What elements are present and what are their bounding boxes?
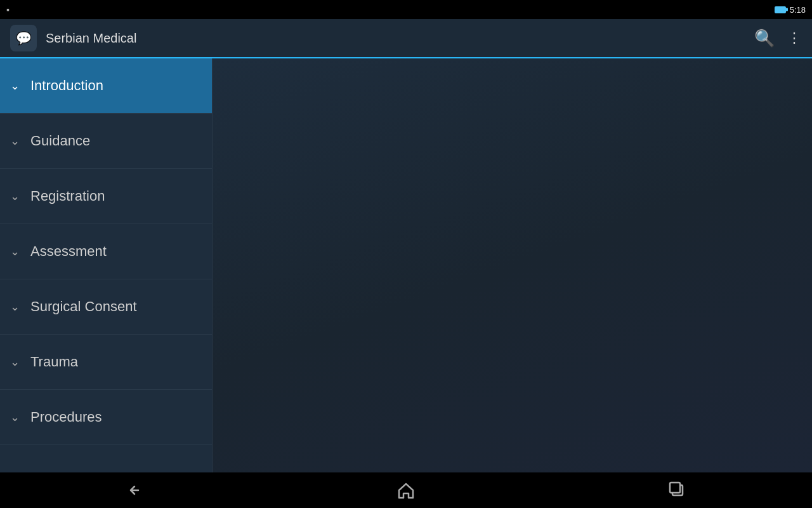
sidebar-item-trauma[interactable]: ⌄ Trauma [0,335,212,390]
sidebar-item-introduction[interactable]: ⌄ Introduction [0,58,212,114]
chevron-down-icon-trauma: ⌄ [10,355,23,369]
action-bar: 💬 Serbian Medical 🔍 ⋮ [0,19,812,58]
sidebar-item-label-trauma: Trauma [30,354,78,370]
chevron-down-icon-introduction: ⌄ [10,79,23,93]
chevron-down-icon-registration: ⌄ [10,189,23,203]
sidebar-item-registration[interactable]: ⌄ Registration [0,169,212,224]
chevron-down-icon-surgical-consent: ⌄ [10,300,23,314]
app-icon: 💬 [10,25,37,51]
sidebar-item-label-introduction: Introduction [30,77,103,94]
right-panel [213,58,812,472]
sidebar-item-procedures[interactable]: ⌄ Procedures [0,390,212,445]
chevron-down-icon-procedures: ⌄ [10,410,23,424]
app-icon-symbol: 💬 [16,30,32,46]
app-title: Serbian Medical [46,31,136,46]
nav-back-button[interactable] [110,478,160,503]
search-icon[interactable]: 🔍 [754,29,775,48]
recents-icon [667,481,686,499]
action-bar-right: 🔍 ⋮ [754,29,802,48]
status-bar-left: ▪ [6,4,10,15]
status-bar-right: 5:18 [775,5,806,15]
sidebar-item-surgical-consent[interactable]: ⌄ Surgical Consent [0,279,212,335]
status-bar: ▪ 5:18 [0,0,812,19]
sidebar-item-guidance[interactable]: ⌄ Guidance [0,114,212,169]
notification-icon: ▪ [6,4,10,15]
sidebar-item-label-assessment: Assessment [30,243,107,260]
nav-bar [0,472,812,508]
sidebar-item-label-guidance: Guidance [30,133,90,149]
action-bar-left: 💬 Serbian Medical [10,25,136,51]
chevron-down-icon-assessment: ⌄ [10,244,23,258]
svg-rect-1 [670,483,680,493]
nav-recents-button[interactable] [652,478,702,503]
back-icon [126,483,145,498]
nav-home-button[interactable] [381,478,431,503]
more-options-icon[interactable]: ⋮ [787,30,802,46]
chevron-down-icon-guidance: ⌄ [10,134,23,148]
sidebar-item-label-registration: Registration [30,188,105,204]
sidebar: ⌄ Introduction ⌄ Guidance ⌄ Registration… [0,58,213,472]
battery-icon [775,6,786,13]
home-icon [396,481,416,499]
main-content: ⌄ Introduction ⌄ Guidance ⌄ Registration… [0,58,812,472]
sidebar-item-assessment[interactable]: ⌄ Assessment [0,224,212,279]
time-display: 5:18 [790,5,806,15]
sidebar-item-label-procedures: Procedures [30,409,102,425]
sidebar-item-label-surgical-consent: Surgical Consent [30,298,137,315]
